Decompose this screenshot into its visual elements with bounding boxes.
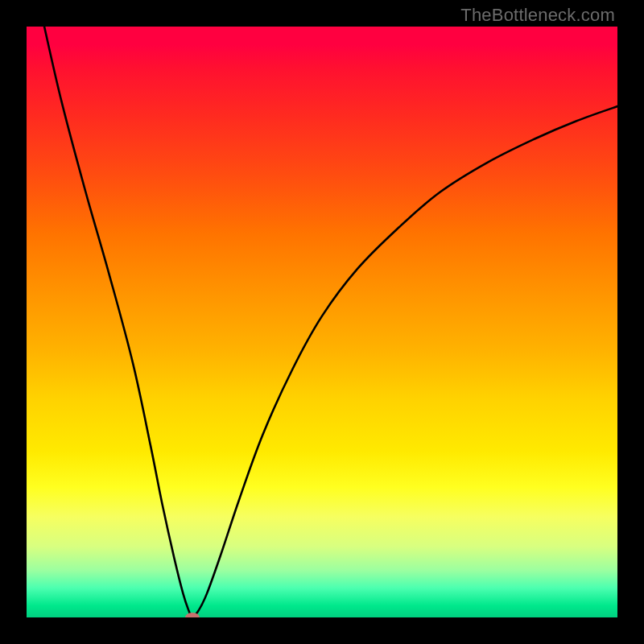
curve-left-branch — [44, 27, 192, 617]
chart-frame: TheBottleneck.com — [0, 0, 644, 644]
attribution-text: TheBottleneck.com — [460, 5, 615, 26]
plot-area — [27, 27, 617, 617]
curve-right-branch — [192, 106, 617, 617]
curve-svg — [27, 27, 617, 617]
minimum-marker — [185, 613, 200, 617]
